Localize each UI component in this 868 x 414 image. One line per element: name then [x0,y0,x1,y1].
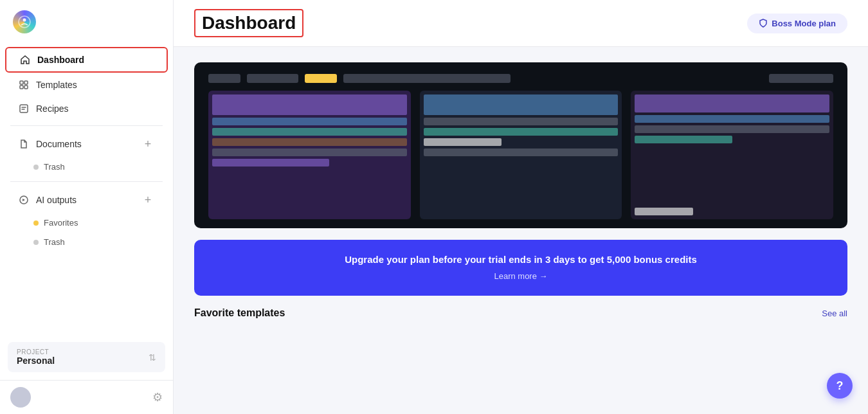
sidebar-item-label: Recipes [36,104,155,114]
ai-outputs-icon [18,194,30,206]
documents-label: Documents [36,139,134,149]
project-label: PROJECT [17,348,55,356]
sidebar-item-ai-trash[interactable]: Trash [5,233,168,251]
project-name: Personal [17,356,55,366]
dot-icon [33,221,39,226]
svg-rect-2 [20,81,23,84]
preview-bar [343,74,511,83]
svg-point-1 [23,19,26,22]
recipe-icon [18,103,30,114]
documents-trash-label: Trash [44,162,65,172]
help-button[interactable]: ? [827,373,853,399]
see-all-link[interactable]: See all [822,309,847,318]
preview-bar [208,74,240,83]
sidebar-item-label: Dashboard [37,55,154,65]
home-icon [19,54,31,66]
favorite-templates-header: Favorite templates See all [194,307,847,319]
preview-bar [247,74,298,83]
preview-cards [208,91,833,219]
dot-icon [33,165,39,170]
dot-icon [33,240,39,245]
shield-icon [759,19,768,28]
main-header: Dashboard Boss Mode plan [174,0,868,47]
add-document-button[interactable]: + [141,137,155,151]
ai-outputs-label: AI outputs [36,195,134,205]
preview-card [631,91,833,219]
gear-icon[interactable]: ⚙ [152,390,163,404]
preview-bar-yellow [305,74,337,83]
help-label: ? [836,379,844,393]
grid-icon [18,79,30,91]
page-title: Dashboard [202,13,296,33]
chevron-icon: ⇅ [149,352,156,363]
divider [10,181,163,182]
sidebar-item-label: Templates [36,80,155,90]
sidebar-item-templates[interactable]: Templates [5,73,168,96]
preview-card [208,91,411,219]
preview-card [420,91,622,219]
section-title: Favorite templates [194,307,285,319]
avatar[interactable] [10,387,31,408]
preview-top-bar [208,74,833,83]
sidebar-item-dashboard[interactable]: Dashboard [5,47,168,73]
logo-area [0,0,173,41]
sidebar-item-documents[interactable]: Documents + [5,131,168,157]
sidebar-item-documents-trash[interactable]: Trash [5,158,168,176]
ai-favorites-label: Favorites [44,218,78,228]
boss-mode-label: Boss Mode plan [772,19,836,28]
svg-rect-4 [20,86,23,89]
svg-rect-3 [24,81,28,84]
banner-text: Upgrade your plan before your trial ends… [215,254,827,265]
sidebar: Dashboard Templates Recipe [0,0,174,414]
app-logo [13,10,36,33]
sidebar-item-ai-favorites[interactable]: Favorites [5,213,168,232]
project-selector[interactable]: PROJECT Personal ⇅ [8,342,165,372]
boss-mode-button[interactable]: Boss Mode plan [747,14,847,33]
preview-bar [769,74,833,83]
svg-point-0 [19,16,30,28]
learn-more-link[interactable]: Learn more → [494,271,547,281]
document-icon [18,138,30,150]
divider [10,125,163,126]
page-title-box: Dashboard [194,9,303,37]
main-content: Dashboard Boss Mode plan [174,0,868,414]
add-ai-output-button[interactable]: + [141,193,155,207]
sidebar-item-ai-outputs[interactable]: AI outputs + [5,187,168,213]
content-area: Upgrade your plan before your trial ends… [174,47,868,414]
dashboard-preview [194,62,847,228]
sidebar-item-recipes[interactable]: Recipes [5,97,168,120]
svg-rect-6 [20,105,28,113]
svg-rect-5 [24,86,28,89]
upgrade-banner: Upgrade your plan before your trial ends… [194,240,847,296]
ai-trash-label: Trash [44,237,65,247]
sidebar-footer: ⚙ [0,380,173,414]
sidebar-navigation: Dashboard Templates Recipe [0,41,173,334]
project-info: PROJECT Personal [17,348,55,366]
